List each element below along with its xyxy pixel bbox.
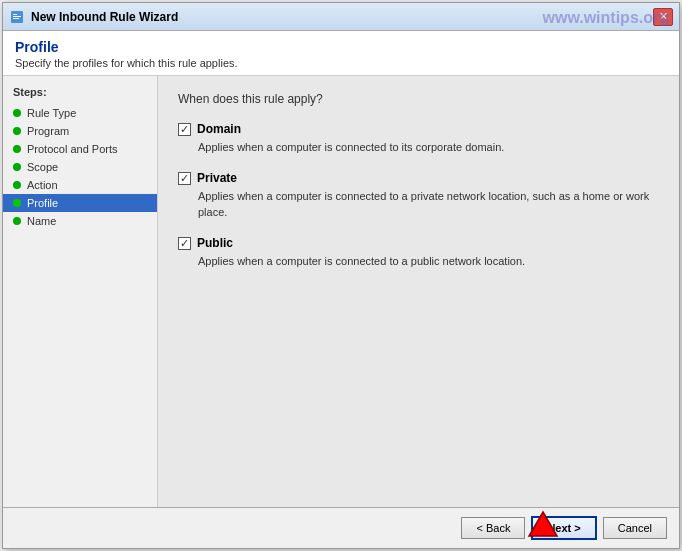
private-label: Private (197, 171, 237, 185)
domain-header: ✓ Domain (178, 122, 659, 136)
step-dot-action (13, 181, 21, 189)
sidebar-label-program: Program (27, 125, 69, 137)
step-dot-program (13, 127, 21, 135)
window-icon (9, 9, 25, 25)
step-dot-rule-type (13, 109, 21, 117)
wizard-window: www.wintips.org New Inbound Rule Wizard … (2, 2, 680, 549)
public-label: Public (197, 236, 233, 250)
domain-description: Applies when a computer is connected to … (178, 140, 659, 155)
page-title: Profile (15, 39, 667, 55)
sidebar-item-action[interactable]: Action (3, 176, 157, 194)
sidebar-label-name: Name (27, 215, 56, 227)
button-group: < Back Next > Cancel (461, 516, 667, 540)
private-checkbox-wrapper: ✓ (178, 172, 191, 185)
sidebar-item-protocol-ports[interactable]: Protocol and Ports (3, 140, 157, 158)
step-dot-profile (13, 199, 21, 207)
domain-label: Domain (197, 122, 241, 136)
step-dot-scope (13, 163, 21, 171)
svg-rect-3 (13, 18, 19, 19)
sidebar-label-profile: Profile (27, 197, 58, 209)
private-checkbox[interactable]: ✓ (178, 172, 191, 185)
main-content: When does this rule apply? ✓ Domain Appl… (158, 76, 679, 507)
public-checkbox-wrapper: ✓ (178, 237, 191, 250)
step-dot-protocol-ports (13, 145, 21, 153)
private-header: ✓ Private (178, 171, 659, 185)
sidebar-item-program[interactable]: Program (3, 122, 157, 140)
domain-checkmark: ✓ (180, 124, 189, 135)
sidebar-label-action: Action (27, 179, 58, 191)
sidebar-item-scope[interactable]: Scope (3, 158, 157, 176)
sidebar-label-protocol-ports: Protocol and Ports (27, 143, 118, 155)
next-button[interactable]: Next > (531, 516, 596, 540)
window-title: New Inbound Rule Wizard (31, 10, 653, 24)
domain-profile-option: ✓ Domain Applies when a computer is conn… (178, 122, 659, 155)
sidebar-label-rule-type: Rule Type (27, 107, 76, 119)
question-text: When does this rule apply? (178, 92, 659, 106)
public-checkmark: ✓ (180, 238, 189, 249)
public-description: Applies when a computer is connected to … (178, 254, 659, 269)
private-profile-option: ✓ Private Applies when a computer is con… (178, 171, 659, 220)
title-bar: New Inbound Rule Wizard ✕ (3, 3, 679, 31)
public-checkbox[interactable]: ✓ (178, 237, 191, 250)
domain-checkbox[interactable]: ✓ (178, 123, 191, 136)
back-button[interactable]: < Back (461, 517, 525, 539)
page-subtitle: Specify the profiles for which this rule… (15, 57, 667, 69)
sidebar-item-rule-type[interactable]: Rule Type (3, 104, 157, 122)
svg-rect-1 (13, 14, 17, 15)
steps-sidebar: Steps: Rule Type Program Protocol and Po… (3, 76, 158, 507)
public-header: ✓ Public (178, 236, 659, 250)
svg-rect-2 (13, 16, 21, 17)
sidebar-label-scope: Scope (27, 161, 58, 173)
content-area: Steps: Rule Type Program Protocol and Po… (3, 76, 679, 507)
step-dot-name (13, 217, 21, 225)
steps-label: Steps: (3, 86, 157, 104)
cancel-button[interactable]: Cancel (603, 517, 667, 539)
sidebar-item-profile[interactable]: Profile (3, 194, 157, 212)
footer: < Back Next > Cancel (3, 507, 679, 548)
domain-checkbox-wrapper: ✓ (178, 123, 191, 136)
sidebar-item-name[interactable]: Name (3, 212, 157, 230)
private-description: Applies when a computer is connected to … (178, 189, 659, 220)
close-button[interactable]: ✕ (653, 8, 673, 26)
public-profile-option: ✓ Public Applies when a computer is conn… (178, 236, 659, 269)
private-checkmark: ✓ (180, 173, 189, 184)
page-header: Profile Specify the profiles for which t… (3, 31, 679, 76)
